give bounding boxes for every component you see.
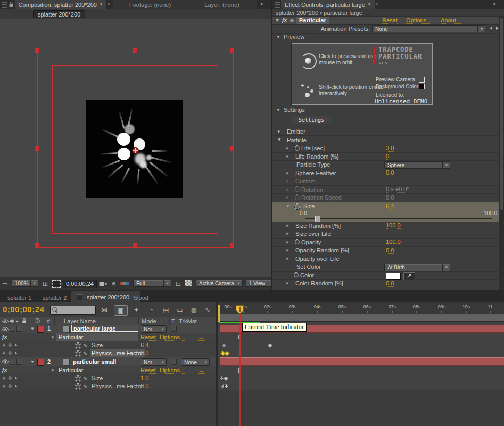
group-particle[interactable]: Particle — [272, 136, 504, 144]
stopwatch-icon-enabled[interactable] — [76, 351, 80, 356]
collapse-triangle-icon[interactable] — [276, 19, 279, 22]
graph-icon[interactable]: ∿ — [83, 375, 88, 382]
stopwatch-icon-enabled[interactable] — [76, 376, 80, 381]
group-emitter[interactable]: Emitter — [272, 127, 504, 136]
particular-preview-box[interactable]: Click to preview and use mouse to orbit … — [292, 43, 433, 105]
set-color-dropdown[interactable]: At Birth — [384, 264, 450, 271]
layer-visibility-eye-icon[interactable] — [2, 326, 9, 332]
column-layer-name[interactable]: Layer Name — [64, 318, 96, 324]
effect-collapse-icon[interactable] — [51, 336, 54, 338]
param-color-random[interactable]: Color Random [%] 0.0 — [272, 280, 504, 288]
layer-color-swatch[interactable] — [37, 359, 44, 366]
expand-icon[interactable] — [287, 224, 289, 227]
panel-grip-icon[interactable] — [275, 2, 280, 8]
layer-checkbox[interactable] — [63, 326, 70, 333]
layer-row-1[interactable]: 1 particular large Nor... — [0, 325, 216, 333]
add-keyframe-icon[interactable] — [8, 384, 12, 388]
preview-group-header[interactable]: Preview — [272, 33, 504, 41]
view-dropdown[interactable]: Active Camera — [196, 280, 243, 287]
param-value[interactable]: 100.0 — [386, 222, 401, 229]
selection-handle[interactable] — [230, 48, 234, 53]
panel-menu-button[interactable]: ≡ — [257, 0, 271, 9]
layer-row-2[interactable]: 2 particular small Nor... None — [0, 357, 216, 366]
preserve-transparency-cell[interactable] — [171, 359, 177, 365]
options-link[interactable]: Options... — [406, 17, 431, 24]
next-keyframe-icon[interactable] — [15, 344, 18, 347]
effect-enabled-icon[interactable] — [290, 19, 294, 22]
effects-scrollbar-thumb[interactable] — [500, 18, 503, 210]
layer-2-duration-bar[interactable] — [220, 357, 504, 366]
param-value[interactable]: 100.0 — [386, 239, 401, 245]
selection-handle[interactable] — [133, 243, 137, 248]
graph-editor-button[interactable]: ∿ — [201, 305, 214, 315]
frame-blending-button[interactable]: ✦ — [130, 305, 143, 315]
solo-cell[interactable] — [16, 359, 22, 365]
layer-checkbox[interactable] — [63, 359, 70, 366]
panel-grip-icon[interactable] — [2, 2, 7, 8]
reset-link[interactable]: Reset — [382, 17, 398, 24]
settings-group-header[interactable]: Settings — [272, 106, 504, 114]
property-row-size-1[interactable]: ∿ Size 6.4 — [0, 341, 216, 349]
stopwatch-icon-enabled[interactable] — [76, 384, 80, 389]
next-keyframe-icon[interactable] — [15, 352, 18, 355]
expand-icon[interactable] — [287, 233, 289, 235]
tab-splatter-1[interactable]: splatter 1 — [2, 292, 37, 303]
column-mode[interactable]: Mode — [142, 318, 156, 324]
stopwatch-icon-enabled[interactable] — [295, 204, 300, 209]
animation-presets-dropdown[interactable]: None — [372, 25, 485, 32]
close-icon[interactable]: × — [107, 2, 110, 9]
current-time-line[interactable] — [239, 314, 241, 426]
more-link[interactable]: ..... — [198, 367, 205, 374]
property-value[interactable]: 0.0 — [141, 383, 148, 390]
audio-cell[interactable] — [10, 359, 15, 365]
time-ruler[interactable]: :00s 01s 02s 03s 04s 05s 06s 07s 08s 09s… — [218, 302, 504, 315]
color-swatch[interactable] — [386, 273, 401, 280]
effect-collapse-icon[interactable] — [51, 369, 54, 371]
channel-blue-icon[interactable] — [126, 282, 129, 285]
next-keyframe-icon[interactable] — [15, 385, 18, 388]
size-slider-thumb[interactable] — [315, 216, 320, 222]
effect-row-1[interactable]: fx Particular Reset Options... ..... — [0, 333, 216, 341]
brainstorm-button[interactable]: ◍ — [187, 305, 200, 315]
property-value[interactable]: 6.4 — [141, 342, 148, 349]
more-link[interactable]: ..... — [198, 334, 205, 341]
graph-icon[interactable]: ∿ — [83, 350, 88, 357]
stopwatch-icon-enabled[interactable] — [76, 343, 80, 348]
collapse-icon[interactable] — [278, 138, 280, 141]
draft-3d-button[interactable]: ▤ — [160, 305, 172, 315]
effect-row-2[interactable]: fx Particular Reset Options... ..... — [0, 366, 216, 374]
about-link[interactable]: About... — [441, 17, 461, 24]
snapshot-camera-icon[interactable] — [99, 281, 107, 286]
region-icon[interactable]: ⊡ — [176, 280, 181, 288]
property-row-physics-1[interactable]: ∿ Physics...me Factor 0.0 — [0, 349, 216, 357]
size-slider-track[interactable] — [305, 218, 492, 219]
add-keyframe-icon[interactable] — [8, 351, 12, 355]
layer-name-field[interactable]: particular large — [71, 325, 138, 332]
eyedropper-button[interactable] — [403, 272, 415, 280]
param-sphere-feather[interactable]: Sphere Feather 0.0 — [272, 169, 504, 178]
stopwatch-icon[interactable] — [294, 273, 299, 277]
collapse-triangle-icon[interactable] — [277, 36, 280, 38]
close-icon[interactable]: × — [375, 2, 378, 9]
search-input[interactable] — [50, 306, 96, 315]
property-row-size-2[interactable]: ∿ Size 1.0 — [0, 374, 216, 382]
param-size-over-life[interactable]: Size over Life — [272, 230, 504, 239]
options-link[interactable]: Options... — [160, 334, 185, 341]
next-keyframe-icon[interactable] — [15, 377, 18, 380]
comp-marker[interactable] — [218, 305, 220, 314]
expand-icon[interactable] — [278, 130, 280, 133]
stopwatch-icon[interactable] — [295, 240, 300, 244]
chevron-down-icon[interactable] — [100, 4, 103, 6]
property-row-physics-2[interactable]: ∿ Physics...me Factor 0.0 — [0, 382, 216, 390]
param-opacity-over-life[interactable]: Opacity over Life — [272, 255, 504, 264]
reset-link[interactable]: Reset — [141, 367, 156, 374]
always-preview-icon[interactable]: ▭ — [2, 281, 7, 288]
param-size-random[interactable]: Size Random [%] 100.0 — [272, 222, 504, 231]
mini-flowchart-button[interactable]: ⋈ — [98, 305, 111, 315]
tab-layer[interactable]: Layer: (none) — [187, 0, 257, 9]
anchor-point-crosshair[interactable] — [132, 147, 139, 154]
column-trkmat[interactable]: TrkMat — [179, 318, 197, 324]
layer-color-swatch[interactable] — [37, 326, 44, 333]
param-life[interactable]: Life [sec] 3.0 — [272, 144, 504, 153]
effect-name[interactable]: Particular — [296, 17, 329, 24]
